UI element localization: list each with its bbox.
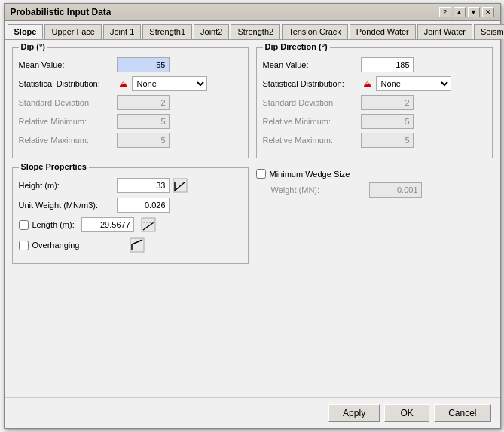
tab-joint2[interactable]: Joint2 (194, 24, 229, 39)
dip-dir-std-dev-input (361, 95, 414, 110)
dip-stat-dist-label: Statistical Distribution: (19, 79, 117, 88)
dip-rel-min-input (117, 114, 170, 129)
dip-dir-mean-label: Mean Value: (263, 60, 361, 69)
tab-tension-crack[interactable]: Tension Crack (282, 24, 348, 39)
dip-dir-stat-dist-icon: ⛰ (361, 76, 374, 91)
height-label: Height (m): (19, 181, 117, 190)
tab-strength1[interactable]: Strength1 (142, 24, 192, 39)
height-icon-button[interactable] (172, 177, 188, 194)
length-icon-button[interactable] (140, 216, 157, 233)
dip-dir-rel-min-label: Relative Minimum: (263, 117, 361, 126)
dip-dir-mean-row: Mean Value: (263, 57, 486, 72)
dip-std-dev-row: Standard Deviation: (19, 95, 242, 110)
overhanging-checkbox[interactable] (19, 241, 29, 250)
dip-stat-dist-select[interactable]: None Normal Uniform (132, 76, 207, 91)
slope-props-label: Slope Properties (19, 162, 89, 171)
length-row: Length (m): (19, 216, 242, 233)
min-wedge-checkbox[interactable] (256, 169, 266, 179)
unit-weight-input[interactable] (117, 198, 170, 213)
dip-mean-label: Mean Value: (19, 60, 117, 69)
dip-dir-mean-input[interactable] (361, 57, 414, 72)
length-input[interactable] (81, 217, 134, 232)
height-slope-icon (172, 177, 188, 194)
title-bar: Probabilistic Input Data ? ▲ ▼ ✕ (5, 4, 500, 21)
tab-slope[interactable]: Slope (8, 24, 44, 39)
dip-rel-max-input (117, 133, 170, 148)
dip-dir-std-dev-label: Standard Deviation: (263, 98, 361, 107)
overhanging-slope-icon (129, 237, 145, 253)
dip-group-label: Dip (°) (19, 42, 48, 51)
dip-dir-rel-max-row: Relative Maximum: (263, 133, 486, 148)
height-input[interactable] (117, 178, 170, 193)
dip-dir-rel-min-input (361, 114, 414, 129)
dip-rel-max-row: Relative Maximum: (19, 133, 242, 148)
weight-row: Weight (MN): (271, 182, 493, 198)
dip-mean-row: Mean Value: (19, 57, 242, 72)
overhanging-icon-button[interactable] (129, 237, 145, 253)
dip-dir-rel-min-row: Relative Minimum: (263, 114, 486, 129)
restore-button[interactable]: ▼ (468, 7, 480, 17)
footer: Apply OK Cancel (5, 397, 500, 428)
close-button[interactable]: ✕ (482, 7, 494, 17)
tab-seismic[interactable]: Seismic (474, 24, 504, 39)
dip-rel-max-label: Relative Maximum: (19, 136, 117, 145)
length-label: Length (m): (32, 220, 75, 229)
overhanging-row: Overhanging (19, 237, 242, 253)
min-wedge-row: Minimum Wedge Size (256, 169, 493, 179)
length-checkbox[interactable] (19, 220, 29, 230)
dialog-title: Probabilistic Input Data (11, 7, 111, 17)
dip-std-dev-label: Standard Deviation: (19, 98, 117, 107)
minimize-button[interactable]: ▲ (454, 7, 466, 17)
dip-mean-input[interactable] (117, 57, 170, 72)
unit-weight-row: Unit Weight (MN/m3): (19, 198, 242, 213)
dip-dir-rel-max-label: Relative Maximum: (263, 136, 361, 145)
apply-button[interactable]: Apply (328, 404, 380, 422)
unit-weight-label: Unit Weight (MN/m3): (19, 201, 117, 210)
main-content: Dip (°) Mean Value: Statistical Distribu… (5, 40, 500, 397)
title-bar-buttons: ? ▲ ▼ ✕ (439, 7, 494, 17)
dip-std-dev-input (117, 95, 170, 110)
dip-dir-stat-dist-select[interactable]: None Normal Uniform (376, 76, 451, 91)
right-panel: Dip Direction (°) Mean Value: Statistica… (256, 47, 493, 390)
tab-ponded-water[interactable]: Ponded Water (350, 24, 416, 39)
dialog: Probabilistic Input Data ? ▲ ▼ ✕ Slope U… (4, 3, 501, 429)
dip-dir-stat-dist-row: Statistical Distribution: ⛰ None Normal … (263, 76, 486, 91)
cancel-button[interactable]: Cancel (434, 404, 490, 422)
dip-rel-min-label: Relative Minimum: (19, 117, 117, 126)
tab-joint-water[interactable]: Joint Water (417, 24, 472, 39)
ok-button[interactable]: OK (384, 404, 429, 422)
dip-group: Dip (°) Mean Value: Statistical Distribu… (12, 47, 249, 158)
dip-rel-min-row: Relative Minimum: (19, 114, 242, 129)
dip-stat-dist-row: Statistical Distribution: ⛰ None Normal … (19, 76, 242, 91)
overhanging-label: Overhanging (32, 241, 80, 250)
tab-upper-face[interactable]: Upper Face (44, 24, 101, 39)
slope-properties-group: Slope Properties Height (m): (12, 167, 249, 264)
left-panel: Dip (°) Mean Value: Statistical Distribu… (12, 47, 249, 390)
dip-dir-stat-dist-wrapper: ⛰ None Normal Uniform (361, 76, 451, 91)
height-row: Height (m): (19, 177, 242, 194)
min-wedge-label: Minimum Wedge Size (270, 170, 350, 179)
weight-input (369, 182, 422, 198)
dip-dir-rel-max-input (361, 133, 414, 148)
tab-joint1[interactable]: Joint 1 (103, 24, 141, 39)
tabs-bar: Slope Upper Face Joint 1 Strength1 Joint… (5, 21, 500, 40)
tab-strength2[interactable]: Strength2 (231, 24, 280, 39)
dip-dir-std-dev-row: Standard Deviation: (263, 95, 486, 110)
min-wedge-section: Minimum Wedge Size Weight (MN): (256, 169, 493, 201)
weight-label: Weight (MN): (271, 185, 369, 195)
help-button[interactable]: ? (439, 7, 451, 17)
dip-direction-group: Dip Direction (°) Mean Value: Statistica… (256, 47, 493, 158)
dip-stat-dist-wrapper: ⛰ None Normal Uniform (117, 76, 207, 91)
dip-dir-group-label: Dip Direction (°) (263, 42, 330, 51)
length-slope-icon (140, 216, 157, 233)
dip-dir-stat-dist-label: Statistical Distribution: (263, 79, 361, 88)
dip-stat-dist-icon: ⛰ (117, 76, 130, 91)
